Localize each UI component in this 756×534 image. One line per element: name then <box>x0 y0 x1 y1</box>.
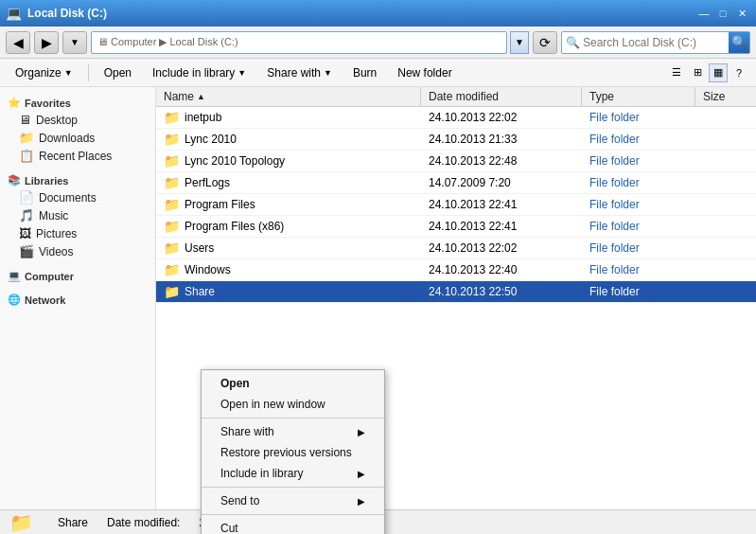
table-row[interactable]: 📁 Share 24.10.2013 22:50 File folder <box>156 281 756 303</box>
search-go-button[interactable]: 🔍 <box>729 32 749 53</box>
context-menu-item[interactable]: Open in new window <box>202 394 384 415</box>
share-with-button[interactable]: Share with▼ <box>259 62 340 84</box>
file-size-cell <box>695 216 756 237</box>
folder-icon: 📁 <box>164 219 180 234</box>
context-menu-item[interactable]: Share with▶ <box>202 421 384 442</box>
close-button[interactable]: ✕ <box>733 5 750 22</box>
file-type-cell: File folder <box>582 172 695 193</box>
file-name-cell: 📁 Windows <box>156 259 421 280</box>
address-dropdown[interactable]: ▼ <box>510 31 529 54</box>
file-size-cell <box>695 194 756 215</box>
sidebar-network-header: 🌐 Network <box>0 290 155 308</box>
help-button[interactable]: ? <box>730 63 748 82</box>
file-date-cell: 24.10.2013 22:41 <box>421 216 582 237</box>
file-type-cell: File folder <box>582 216 695 237</box>
table-row[interactable]: 📁 Lync 2010 Topology 24.10.2013 22:48 Fi… <box>156 151 756 172</box>
file-name-cell: 📁 Users <box>156 238 421 258</box>
search-input[interactable] <box>583 36 729 49</box>
file-size-cell <box>695 129 756 150</box>
open-button[interactable]: Open <box>97 62 139 84</box>
refresh-button[interactable]: ⟳ <box>533 31 557 54</box>
address-path-text: 🖥 Computer ▶ Local Disk (C:) <box>97 36 238 48</box>
title-bar: 💻 Local Disk (C:) — □ ✕ <box>0 0 756 27</box>
view-grid-button[interactable]: ⊞ <box>688 63 707 82</box>
organize-button[interactable]: Organize▼ <box>8 62 80 84</box>
star-icon: ⭐ <box>8 97 21 109</box>
maximize-button[interactable]: □ <box>714 5 731 22</box>
table-row[interactable]: 📁 inetpub 24.10.2013 22:02 File folder <box>156 107 756 129</box>
videos-icon: 🎬 <box>19 244 34 258</box>
file-size-cell <box>695 151 756 171</box>
header-size[interactable]: Size <box>695 87 756 106</box>
file-name-cell: 📁 Lync 2010 <box>156 129 421 150</box>
table-row[interactable]: 📁 Windows 24.10.2013 22:40 File folder <box>156 259 756 281</box>
title-bar-title: Local Disk (C:) <box>27 7 695 20</box>
minimize-button[interactable]: — <box>695 5 712 22</box>
context-menu-separator <box>202 514 384 515</box>
file-date-cell: 24.10.2013 22:40 <box>421 259 582 280</box>
sidebar-item-recent-places[interactable]: 📋 Recent Places <box>0 147 155 165</box>
forward-button[interactable]: ▶ <box>34 31 59 54</box>
address-bar: ◀ ▶ ▼ 🖥 Computer ▶ Local Disk (C:) ▼ ⟳ 🔍… <box>0 27 756 59</box>
table-row[interactable]: 📁 Users 24.10.2013 22:02 File folder <box>156 238 756 259</box>
file-type-cell: File folder <box>582 194 695 215</box>
file-rows-container: 📁 inetpub 24.10.2013 22:02 File folder 📁… <box>156 107 756 303</box>
table-row[interactable]: 📁 Lync 2010 24.10.2013 21:33 File folder <box>156 129 756 151</box>
toolbar-separator-1 <box>88 64 89 81</box>
address-path[interactable]: 🖥 Computer ▶ Local Disk (C:) <box>91 31 507 54</box>
file-name-cell: 📁 Lync 2010 Topology <box>156 151 421 171</box>
file-size-cell <box>695 281 756 302</box>
header-name[interactable]: Name ▲ <box>156 87 421 106</box>
file-list-header: Name ▲ Date modified Type Size <box>156 87 756 107</box>
header-date[interactable]: Date modified <box>421 87 582 106</box>
up-button[interactable]: ▼ <box>62 31 87 54</box>
file-date-cell: 24.10.2013 22:41 <box>421 194 582 215</box>
context-menu-item[interactable]: Restore previous versions <box>202 442 384 463</box>
sidebar-item-videos[interactable]: 🎬 Videos <box>0 242 155 260</box>
context-menu-item[interactable]: Cut <box>202 518 384 534</box>
table-row[interactable]: 📁 PerfLogs 14.07.2009 7:20 File folder <box>156 172 756 194</box>
table-row[interactable]: 📁 Program Files (x86) 24.10.2013 22:41 F… <box>156 216 756 238</box>
downloads-icon: 📁 <box>19 131 34 145</box>
view-list-button[interactable]: ☰ <box>667 63 686 82</box>
search-box: 🔍 🔍 <box>561 31 750 54</box>
sidebar-item-downloads[interactable]: 📁 Downloads <box>0 129 155 147</box>
file-date-cell: 24.10.2013 22:02 <box>421 107 582 128</box>
view-buttons: ☰ ⊞ ▦ ? <box>667 63 748 82</box>
sidebar-libraries-header: 📚 Libraries <box>0 170 155 188</box>
file-name-cell: 📁 Program Files (x86) <box>156 216 421 237</box>
sidebar-item-desktop[interactable]: 🖥 Desktop <box>0 111 155 129</box>
sidebar-item-music[interactable]: 🎵 Music <box>0 206 155 224</box>
network-icon: 🌐 <box>8 294 21 306</box>
context-menu-item[interactable]: Include in library▶ <box>202 463 384 484</box>
file-type-cell: File folder <box>582 151 695 171</box>
title-bar-controls: — □ ✕ <box>695 5 750 22</box>
file-size-cell <box>695 259 756 280</box>
folder-icon: 📁 <box>164 197 180 212</box>
burn-button[interactable]: Burn <box>345 62 384 84</box>
recent-places-icon: 📋 <box>19 149 34 163</box>
folder-icon: 📁 <box>164 175 180 190</box>
view-details-button[interactable]: ▦ <box>709 63 728 82</box>
sidebar-item-pictures[interactable]: 🖼 Pictures <box>0 224 155 242</box>
file-type-cell: File folder <box>582 107 695 128</box>
file-name-cell: 📁 Program Files <box>156 194 421 215</box>
status-folder-icon: 📁 <box>9 511 33 534</box>
sidebar-item-documents[interactable]: 📄 Documents <box>0 188 155 206</box>
new-folder-button[interactable]: New folder <box>390 62 459 84</box>
sidebar-computer-header: 💻 Computer <box>0 266 155 284</box>
back-button[interactable]: ◀ <box>6 31 30 54</box>
include-in-library-button[interactable]: Include in library▼ <box>145 62 254 84</box>
folder-icon: 📁 <box>164 110 180 125</box>
file-date-cell: 24.10.2013 22:48 <box>421 151 582 171</box>
table-row[interactable]: 📁 Program Files 24.10.2013 22:41 File fo… <box>156 194 756 216</box>
file-date-cell: 24.10.2013 22:02 <box>421 238 582 258</box>
file-type-cell: File folder <box>582 259 695 280</box>
header-type[interactable]: Type <box>582 87 695 106</box>
desktop-icon: 🖥 <box>19 113 31 127</box>
context-menu-item[interactable]: Send to▶ <box>202 490 384 511</box>
file-date-cell: 24.10.2013 22:50 <box>421 281 582 302</box>
submenu-arrow-icon: ▶ <box>358 427 365 437</box>
submenu-arrow-icon: ▶ <box>358 469 365 479</box>
context-menu-item[interactable]: Open <box>202 373 384 394</box>
